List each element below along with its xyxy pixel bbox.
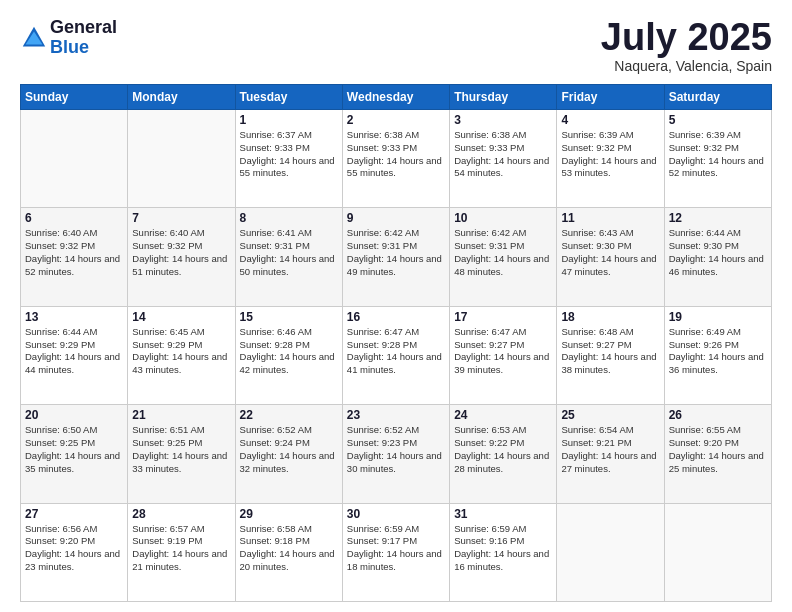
table-row: 4Sunrise: 6:39 AM Sunset: 9:32 PM Daylig… bbox=[557, 110, 664, 208]
month-title: July 2025 bbox=[601, 18, 772, 56]
logo-general: General bbox=[50, 18, 117, 38]
day-number: 15 bbox=[240, 310, 338, 324]
table-row: 23Sunrise: 6:52 AM Sunset: 9:23 PM Dayli… bbox=[342, 405, 449, 503]
day-info: Sunrise: 6:55 AM Sunset: 9:20 PM Dayligh… bbox=[669, 424, 767, 475]
table-row bbox=[664, 503, 771, 601]
table-row: 2Sunrise: 6:38 AM Sunset: 9:33 PM Daylig… bbox=[342, 110, 449, 208]
day-info: Sunrise: 6:48 AM Sunset: 9:27 PM Dayligh… bbox=[561, 326, 659, 377]
title-section: July 2025 Naquera, Valencia, Spain bbox=[601, 18, 772, 74]
table-row: 19Sunrise: 6:49 AM Sunset: 9:26 PM Dayli… bbox=[664, 306, 771, 404]
day-info: Sunrise: 6:46 AM Sunset: 9:28 PM Dayligh… bbox=[240, 326, 338, 377]
table-row: 24Sunrise: 6:53 AM Sunset: 9:22 PM Dayli… bbox=[450, 405, 557, 503]
day-info: Sunrise: 6:40 AM Sunset: 9:32 PM Dayligh… bbox=[25, 227, 123, 278]
table-row: 8Sunrise: 6:41 AM Sunset: 9:31 PM Daylig… bbox=[235, 208, 342, 306]
col-wednesday: Wednesday bbox=[342, 85, 449, 110]
table-row bbox=[557, 503, 664, 601]
day-number: 17 bbox=[454, 310, 552, 324]
day-info: Sunrise: 6:52 AM Sunset: 9:23 PM Dayligh… bbox=[347, 424, 445, 475]
day-number: 8 bbox=[240, 211, 338, 225]
day-number: 20 bbox=[25, 408, 123, 422]
day-number: 10 bbox=[454, 211, 552, 225]
table-row: 5Sunrise: 6:39 AM Sunset: 9:32 PM Daylig… bbox=[664, 110, 771, 208]
day-info: Sunrise: 6:38 AM Sunset: 9:33 PM Dayligh… bbox=[454, 129, 552, 180]
day-info: Sunrise: 6:58 AM Sunset: 9:18 PM Dayligh… bbox=[240, 523, 338, 574]
page: General Blue July 2025 Naquera, Valencia… bbox=[0, 0, 792, 612]
table-row: 9Sunrise: 6:42 AM Sunset: 9:31 PM Daylig… bbox=[342, 208, 449, 306]
table-row: 3Sunrise: 6:38 AM Sunset: 9:33 PM Daylig… bbox=[450, 110, 557, 208]
day-info: Sunrise: 6:42 AM Sunset: 9:31 PM Dayligh… bbox=[454, 227, 552, 278]
day-info: Sunrise: 6:47 AM Sunset: 9:28 PM Dayligh… bbox=[347, 326, 445, 377]
day-info: Sunrise: 6:39 AM Sunset: 9:32 PM Dayligh… bbox=[669, 129, 767, 180]
day-number: 27 bbox=[25, 507, 123, 521]
day-info: Sunrise: 6:42 AM Sunset: 9:31 PM Dayligh… bbox=[347, 227, 445, 278]
day-number: 26 bbox=[669, 408, 767, 422]
logo-icon bbox=[20, 24, 48, 52]
table-row: 30Sunrise: 6:59 AM Sunset: 9:17 PM Dayli… bbox=[342, 503, 449, 601]
day-number: 23 bbox=[347, 408, 445, 422]
header: General Blue July 2025 Naquera, Valencia… bbox=[20, 18, 772, 74]
day-info: Sunrise: 6:51 AM Sunset: 9:25 PM Dayligh… bbox=[132, 424, 230, 475]
day-number: 12 bbox=[669, 211, 767, 225]
day-info: Sunrise: 6:53 AM Sunset: 9:22 PM Dayligh… bbox=[454, 424, 552, 475]
col-saturday: Saturday bbox=[664, 85, 771, 110]
table-row: 21Sunrise: 6:51 AM Sunset: 9:25 PM Dayli… bbox=[128, 405, 235, 503]
day-number: 13 bbox=[25, 310, 123, 324]
day-number: 11 bbox=[561, 211, 659, 225]
col-tuesday: Tuesday bbox=[235, 85, 342, 110]
day-info: Sunrise: 6:44 AM Sunset: 9:30 PM Dayligh… bbox=[669, 227, 767, 278]
col-thursday: Thursday bbox=[450, 85, 557, 110]
table-row: 25Sunrise: 6:54 AM Sunset: 9:21 PM Dayli… bbox=[557, 405, 664, 503]
table-row: 22Sunrise: 6:52 AM Sunset: 9:24 PM Dayli… bbox=[235, 405, 342, 503]
day-number: 1 bbox=[240, 113, 338, 127]
table-row: 28Sunrise: 6:57 AM Sunset: 9:19 PM Dayli… bbox=[128, 503, 235, 601]
day-info: Sunrise: 6:39 AM Sunset: 9:32 PM Dayligh… bbox=[561, 129, 659, 180]
logo-text: General Blue bbox=[50, 18, 117, 58]
calendar: Sunday Monday Tuesday Wednesday Thursday… bbox=[20, 84, 772, 602]
day-number: 31 bbox=[454, 507, 552, 521]
day-info: Sunrise: 6:43 AM Sunset: 9:30 PM Dayligh… bbox=[561, 227, 659, 278]
day-info: Sunrise: 6:44 AM Sunset: 9:29 PM Dayligh… bbox=[25, 326, 123, 377]
calendar-header-row: Sunday Monday Tuesday Wednesday Thursday… bbox=[21, 85, 772, 110]
table-row: 14Sunrise: 6:45 AM Sunset: 9:29 PM Dayli… bbox=[128, 306, 235, 404]
table-row: 7Sunrise: 6:40 AM Sunset: 9:32 PM Daylig… bbox=[128, 208, 235, 306]
day-number: 30 bbox=[347, 507, 445, 521]
day-info: Sunrise: 6:40 AM Sunset: 9:32 PM Dayligh… bbox=[132, 227, 230, 278]
day-info: Sunrise: 6:59 AM Sunset: 9:16 PM Dayligh… bbox=[454, 523, 552, 574]
table-row: 18Sunrise: 6:48 AM Sunset: 9:27 PM Dayli… bbox=[557, 306, 664, 404]
day-info: Sunrise: 6:47 AM Sunset: 9:27 PM Dayligh… bbox=[454, 326, 552, 377]
logo-blue: Blue bbox=[50, 38, 117, 58]
table-row: 13Sunrise: 6:44 AM Sunset: 9:29 PM Dayli… bbox=[21, 306, 128, 404]
day-info: Sunrise: 6:38 AM Sunset: 9:33 PM Dayligh… bbox=[347, 129, 445, 180]
table-row bbox=[128, 110, 235, 208]
table-row: 16Sunrise: 6:47 AM Sunset: 9:28 PM Dayli… bbox=[342, 306, 449, 404]
table-row: 10Sunrise: 6:42 AM Sunset: 9:31 PM Dayli… bbox=[450, 208, 557, 306]
table-row bbox=[21, 110, 128, 208]
day-info: Sunrise: 6:41 AM Sunset: 9:31 PM Dayligh… bbox=[240, 227, 338, 278]
table-row: 27Sunrise: 6:56 AM Sunset: 9:20 PM Dayli… bbox=[21, 503, 128, 601]
day-number: 24 bbox=[454, 408, 552, 422]
table-row: 1Sunrise: 6:37 AM Sunset: 9:33 PM Daylig… bbox=[235, 110, 342, 208]
table-row: 17Sunrise: 6:47 AM Sunset: 9:27 PM Dayli… bbox=[450, 306, 557, 404]
day-info: Sunrise: 6:54 AM Sunset: 9:21 PM Dayligh… bbox=[561, 424, 659, 475]
day-number: 6 bbox=[25, 211, 123, 225]
day-number: 4 bbox=[561, 113, 659, 127]
day-number: 5 bbox=[669, 113, 767, 127]
table-row: 12Sunrise: 6:44 AM Sunset: 9:30 PM Dayli… bbox=[664, 208, 771, 306]
day-info: Sunrise: 6:50 AM Sunset: 9:25 PM Dayligh… bbox=[25, 424, 123, 475]
table-row: 11Sunrise: 6:43 AM Sunset: 9:30 PM Dayli… bbox=[557, 208, 664, 306]
table-row: 6Sunrise: 6:40 AM Sunset: 9:32 PM Daylig… bbox=[21, 208, 128, 306]
day-number: 19 bbox=[669, 310, 767, 324]
day-number: 2 bbox=[347, 113, 445, 127]
day-number: 28 bbox=[132, 507, 230, 521]
table-row: 31Sunrise: 6:59 AM Sunset: 9:16 PM Dayli… bbox=[450, 503, 557, 601]
table-row: 26Sunrise: 6:55 AM Sunset: 9:20 PM Dayli… bbox=[664, 405, 771, 503]
day-info: Sunrise: 6:57 AM Sunset: 9:19 PM Dayligh… bbox=[132, 523, 230, 574]
day-info: Sunrise: 6:52 AM Sunset: 9:24 PM Dayligh… bbox=[240, 424, 338, 475]
day-info: Sunrise: 6:37 AM Sunset: 9:33 PM Dayligh… bbox=[240, 129, 338, 180]
day-number: 29 bbox=[240, 507, 338, 521]
day-number: 22 bbox=[240, 408, 338, 422]
day-number: 18 bbox=[561, 310, 659, 324]
day-info: Sunrise: 6:59 AM Sunset: 9:17 PM Dayligh… bbox=[347, 523, 445, 574]
day-number: 14 bbox=[132, 310, 230, 324]
day-number: 9 bbox=[347, 211, 445, 225]
